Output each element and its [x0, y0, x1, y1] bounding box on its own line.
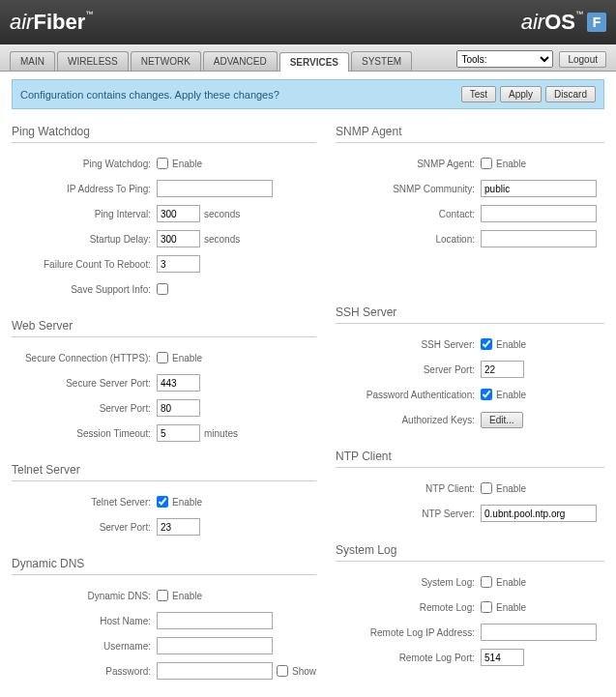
ddns-user-label: Username: [12, 641, 157, 652]
remotelog-ip-label: Remote Log IP Address: [336, 627, 481, 638]
ssh-server-checkbox[interactable] [481, 338, 492, 350]
section-ping-watchdog: Ping Watchdog [12, 125, 316, 143]
ssh-keys-label: Authorized Keys: [336, 415, 481, 425]
telnet-label: Telnet Server: [12, 497, 157, 508]
logout-button[interactable]: Logout [559, 51, 606, 68]
remotelog-port-input[interactable] [481, 649, 524, 666]
syslog-label: System Log: [336, 577, 481, 588]
apply-button[interactable]: Apply [500, 86, 542, 102]
remotelog-port-label: Remote Log Port: [336, 653, 481, 663]
content: Configuration contains changes. Apply th… [0, 72, 616, 697]
https-checkbox[interactable] [157, 352, 168, 363]
syslog-checkbox[interactable] [481, 576, 492, 588]
enable-label: Enable [172, 353, 202, 363]
right-column: SNMP Agent SNMP Agent: Enable SNMP Commu… [336, 119, 604, 697]
snmp-community-label: SNMP Community: [336, 184, 481, 194]
session-timeout-label: Session Timeout: [12, 428, 157, 439]
ntp-client-checkbox[interactable] [481, 482, 492, 494]
ssh-pwauth-checkbox[interactable] [481, 389, 492, 400]
web-port-input[interactable] [157, 399, 200, 417]
delay-unit: seconds [204, 234, 240, 245]
ssh-pwauth-label: Password Authentication: [336, 390, 481, 400]
enable-label: Enable [496, 577, 526, 588]
session-timeout-input[interactable] [157, 424, 200, 442]
ddns-checkbox[interactable] [157, 590, 168, 601]
ping-interval-label: Ping Interval: [12, 209, 157, 219]
ddns-host-input[interactable] [157, 612, 273, 629]
ntp-server-label: NTP Server: [336, 508, 481, 519]
brand-logo-left: airFiber™ [10, 10, 93, 35]
tab-wireless[interactable]: WIRELESS [57, 51, 129, 71]
discard-button[interactable]: Discard [545, 86, 596, 102]
section-ntp-client: NTP Client [336, 450, 604, 468]
telnet-port-label: Server Port: [12, 522, 157, 533]
ddns-label: Dynamic DNS: [12, 591, 157, 601]
tools-select[interactable]: Tools: [456, 50, 553, 68]
snmp-location-label: Location: [336, 234, 481, 245]
test-button[interactable]: Test [461, 86, 496, 102]
left-column: Ping Watchdog Ping Watchdog: Enable IP A… [12, 119, 316, 697]
secure-port-input[interactable] [157, 374, 200, 392]
tab-main[interactable]: MAIN [10, 51, 55, 71]
secure-port-label: Secure Server Port: [12, 378, 157, 389]
ping-ip-input[interactable] [157, 180, 273, 197]
ntp-server-input[interactable] [481, 505, 597, 522]
tabbar-right: Tools: Logout [456, 50, 606, 71]
savesupport-checkbox[interactable] [157, 283, 168, 295]
show-password-checkbox[interactable] [277, 665, 288, 677]
ping-watchdog-label: Ping Watchdog: [12, 159, 157, 169]
snmp-contact-input[interactable] [481, 205, 597, 222]
brand-logo-right: airOS™ F [521, 10, 606, 35]
failcount-input[interactable] [157, 255, 200, 273]
timeout-unit: minutes [204, 428, 238, 439]
tabbar: MAIN WIRELESS NETWORK ADVANCED SERVICES … [0, 44, 616, 72]
interval-unit: seconds [204, 209, 240, 219]
f-badge-icon: F [587, 13, 606, 32]
enable-label: Enable [172, 497, 202, 508]
web-port-label: Server Port: [12, 403, 157, 414]
show-label: Show [292, 666, 316, 677]
ssh-port-input[interactable] [481, 361, 524, 378]
enable-label: Enable [172, 591, 202, 601]
ddns-pass-label: Password: [12, 666, 157, 677]
telnet-port-input[interactable] [157, 518, 200, 536]
enable-label: Enable [496, 339, 526, 350]
ping-ip-label: IP Address To Ping: [12, 184, 157, 194]
tab-system[interactable]: SYSTEM [351, 51, 412, 71]
telnet-checkbox[interactable] [157, 496, 168, 508]
enable-label: Enable [496, 602, 526, 613]
snmp-agent-label: SNMP Agent: [336, 159, 481, 169]
ddns-pass-input[interactable] [157, 662, 273, 680]
ssh-port-label: Server Port: [336, 364, 481, 375]
failcount-label: Failure Count To Reboot: [12, 259, 157, 270]
section-snmp-agent: SNMP Agent [336, 125, 604, 143]
section-dynamic-dns: Dynamic DNS [12, 557, 316, 575]
edit-keys-button[interactable]: Edit... [481, 412, 523, 428]
snmp-contact-label: Contact: [336, 209, 481, 219]
section-system-log: System Log [336, 543, 604, 562]
enable-label: Enable [172, 159, 202, 169]
remotelog-checkbox[interactable] [481, 601, 492, 613]
ddns-user-input[interactable] [157, 637, 273, 654]
startup-delay-label: Startup Delay: [12, 234, 157, 245]
ping-watchdog-checkbox[interactable] [157, 158, 168, 169]
remotelog-label: Remote Log: [336, 602, 481, 613]
https-label: Secure Connection (HTTPS): [12, 353, 157, 363]
tab-advanced[interactable]: ADVANCED [203, 51, 278, 71]
tab-network[interactable]: NETWORK [131, 51, 201, 71]
snmp-agent-checkbox[interactable] [481, 158, 492, 169]
enable-label: Enable [496, 390, 526, 400]
snmp-location-input[interactable] [481, 230, 597, 247]
tab-services[interactable]: SERVICES [279, 52, 349, 72]
ntp-client-label: NTP Client: [336, 483, 481, 494]
ping-interval-input[interactable] [157, 205, 200, 222]
enable-label: Enable [496, 159, 526, 169]
snmp-community-input[interactable] [481, 180, 597, 197]
section-web-server: Web Server [12, 319, 316, 337]
ddns-host-label: Host Name: [12, 616, 157, 626]
config-alert: Configuration contains changes. Apply th… [12, 79, 604, 109]
startup-delay-input[interactable] [157, 230, 200, 247]
savesupport-label: Save Support Info: [12, 284, 157, 295]
remotelog-ip-input[interactable] [481, 624, 597, 641]
tabs: MAIN WIRELESS NETWORK ADVANCED SERVICES … [10, 51, 412, 71]
